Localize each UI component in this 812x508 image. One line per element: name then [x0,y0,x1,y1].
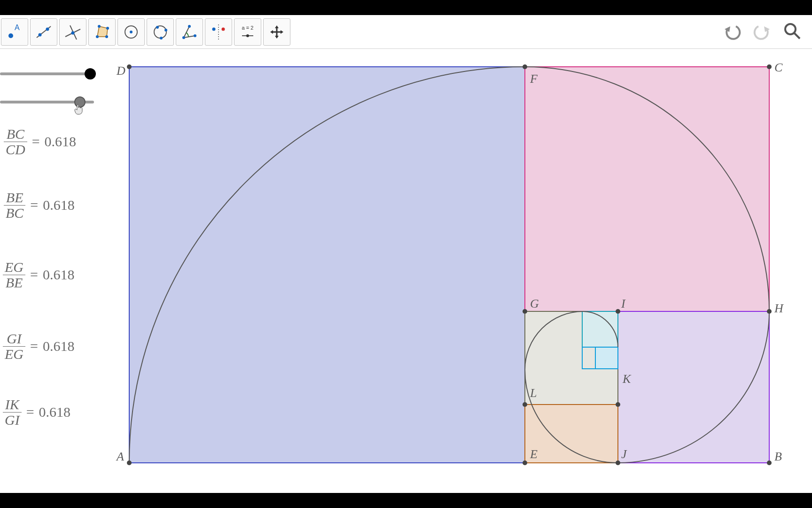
undo-button[interactable] [722,21,742,43]
svg-point-35 [767,64,772,69]
svg-point-39 [767,309,772,314]
svg-point-19 [182,36,185,39]
label-D: D [116,64,125,78]
svg-point-14 [130,31,133,33]
svg-point-34 [767,460,772,465]
canvas[interactable]: BCCD =0.618 BEBC =0.618 EGBE =0.618 GIEG… [0,49,812,493]
circle-center-tool[interactable] [117,18,145,46]
svg-point-16 [156,26,159,29]
toolbar-right [722,15,803,49]
svg-point-9 [96,35,99,38]
svg-point-20 [194,34,196,37]
label-K: K [622,372,632,386]
svg-text:a = 2: a = 2 [242,25,254,31]
reflect-tool[interactable] [205,18,232,46]
svg-point-12 [98,25,101,28]
svg-point-24 [222,27,225,31]
label-F: F [530,72,538,86]
conic-tool[interactable] [147,18,174,46]
label-I: I [621,297,626,310]
svg-point-18 [160,37,163,40]
svg-point-4 [46,27,49,31]
square-ADEF [129,67,525,463]
svg-point-0 [8,33,13,38]
label-A: A [116,450,124,463]
angle-tool[interactable] [176,18,203,46]
move-graphics-tool[interactable] [263,18,290,46]
svg-point-43 [523,402,527,407]
svg-point-3 [39,33,42,36]
svg-point-40 [616,309,620,314]
svg-point-7 [71,31,75,34]
svg-point-38 [523,309,527,314]
svg-line-31 [794,33,800,39]
square-LEJ [525,405,618,463]
search-button[interactable] [782,21,803,43]
svg-point-15 [154,26,166,38]
square-teal-1 [582,311,618,347]
svg-text:A: A [15,24,20,32]
redo-button[interactable] [752,21,773,43]
perpendicular-tool[interactable] [59,18,86,46]
svg-point-17 [164,29,167,32]
svg-point-41 [616,460,620,465]
label-L: L [530,386,537,400]
svg-point-33 [127,64,132,69]
svg-point-42 [616,402,620,407]
app-frame: A a = 2 [0,15,812,493]
square-FCHG [525,67,769,311]
label-G: G [530,297,539,310]
svg-point-21 [188,25,191,28]
svg-marker-8 [97,26,108,37]
label-H: H [774,302,784,315]
point-tool[interactable]: A [1,18,28,46]
svg-point-11 [106,27,109,30]
square-teal-3 [595,347,618,369]
square-HB [618,311,769,463]
toolbar: A a = 2 [0,15,812,49]
label-E: E [530,447,538,461]
label-J: J [621,447,627,461]
line-tool[interactable] [30,18,57,46]
polygon-tool[interactable] [88,18,116,46]
label-C: C [774,61,783,74]
svg-point-23 [212,27,216,31]
geometry-svg: A D B C F E G H I J K L [0,49,812,493]
svg-point-32 [127,460,132,465]
svg-point-27 [246,34,249,37]
slider-tool[interactable]: a = 2 [234,18,261,46]
svg-point-10 [105,35,108,38]
svg-point-37 [523,460,527,465]
label-B: B [774,450,782,463]
svg-point-30 [785,24,796,34]
svg-point-36 [523,64,527,69]
